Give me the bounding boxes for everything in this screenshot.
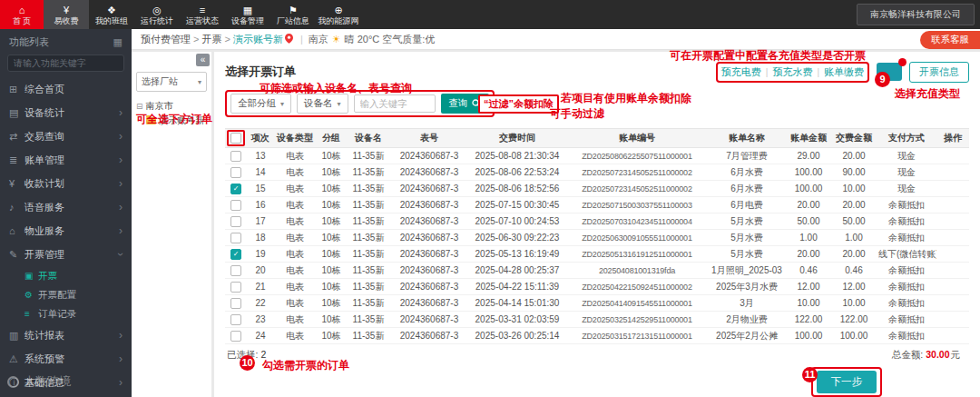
nav-item-my-team[interactable]: ❖我的班组: [89, 0, 134, 29]
nav-item-label: 厂站信息: [277, 16, 309, 25]
cell-bill_name: 2025年2月公摊: [708, 328, 786, 344]
order-row[interactable]: 24电表10栋11-35新2024360687-32025-03-26 00:2…: [225, 328, 969, 344]
devstat-icon: ▤: [9, 107, 24, 119]
sidebar-subitem-order-records[interactable]: ≡订单记录: [0, 304, 132, 323]
tree-collapse-icon[interactable]: ⊟: [136, 102, 143, 111]
breadcrumb-account[interactable]: 演示账号新: [233, 33, 283, 46]
cell-bill_name: 5月水费: [708, 230, 786, 246]
nav-item-device-mgmt[interactable]: ▦设备管理: [225, 0, 270, 29]
row-checkbox[interactable]: [230, 331, 241, 342]
cell-pay_time: 2025-03-26 00:25:14: [468, 328, 566, 344]
cell-bill_amount: 12.00: [786, 279, 831, 295]
report-icon: ▥: [9, 330, 24, 342]
cell-pay_method: 现金: [877, 181, 936, 197]
row-checkbox[interactable]: [230, 200, 241, 211]
contact-support-button[interactable]: 联系客服: [920, 31, 980, 49]
collapse-panel-icon[interactable]: «: [196, 54, 210, 66]
sidebar-item-bill-mgmt[interactable]: ≣账单管理›: [0, 148, 132, 172]
cell-action: [936, 230, 969, 246]
cell-bill_amount: 50.00: [786, 213, 831, 230]
next-step-button[interactable]: 下一步: [817, 371, 877, 393]
order-row[interactable]: 17电表10栋11-35新2024360687-32025-07-10 00:2…: [225, 213, 969, 230]
cell-meter_no: 2024360687-3: [390, 213, 468, 230]
station-select[interactable]: 选择厂站 ▾: [136, 72, 207, 92]
select-all-checkbox[interactable]: [230, 133, 241, 144]
sidebar-item-property-service[interactable]: ⌂物业服务›: [0, 219, 132, 243]
row-checkbox[interactable]: [230, 265, 241, 276]
group-select[interactable]: 全部分组 ▾: [230, 94, 291, 114]
order-row[interactable]: 14电表10栋11-35新2024360687-32025-08-06 22:5…: [225, 164, 969, 181]
tree-node-city[interactable]: ⊟ 南京市: [136, 99, 207, 114]
cell-bill_no: ZD20250422150924511000002: [566, 279, 708, 295]
sidebar-item-invoice-mgmt[interactable]: ✎开票管理›: [0, 243, 132, 266]
order-row[interactable]: 20电表10栋11-35新2024360687-32025-04-28 00:2…: [225, 263, 969, 279]
pay-action-button[interactable]: [877, 63, 902, 81]
cell-pay_method: 现金: [877, 148, 936, 164]
cell-bill_amount: 10.00: [786, 295, 831, 312]
nav-item-op-status[interactable]: ≡运营状态: [180, 0, 225, 29]
cell-action: [936, 181, 969, 197]
chevron-right-icon: ›: [119, 154, 122, 166]
invoice-info-button[interactable]: 开票信息: [909, 62, 969, 83]
order-row[interactable]: ✓19电表10栋11-35新2024360687-32025-05-13 16:…: [225, 246, 969, 263]
tree-node-account[interactable]: 演示账号新: [136, 114, 207, 128]
cell-pay_method: 余额抵扣: [877, 263, 936, 279]
sidebar-item-basic-info[interactable]: ⓘ基础信息›: [0, 371, 132, 394]
cell-bill_name: 1月照明_2025-03: [708, 263, 786, 279]
nav-item-home[interactable]: ⌂首 页: [0, 0, 44, 29]
cell-bill_amount: 100.00: [786, 328, 831, 344]
row-checkbox[interactable]: ✓: [230, 249, 241, 260]
cell-bill_no: ZD20250723145052511000002: [566, 181, 708, 197]
row-checkbox[interactable]: [230, 282, 241, 293]
link-bill-pay[interactable]: 账单缴费: [824, 65, 864, 79]
cell-device_name: 11-35新: [347, 328, 390, 344]
sidebar-item-device-stats[interactable]: ▤设备统计›: [0, 101, 132, 124]
nav-item-station-info[interactable]: ⚑厂站信息: [270, 0, 316, 29]
sidebar-search-input[interactable]: [7, 55, 124, 72]
order-row[interactable]: 23电表10栋11-35新2024360687-32025-03-31 02:0…: [225, 312, 969, 328]
row-checkbox[interactable]: ✓: [230, 184, 241, 194]
link-prepay-water[interactable]: 预充水费: [772, 65, 812, 79]
chevron-right-icon: ›: [119, 329, 122, 342]
row-checkbox[interactable]: [230, 314, 241, 325]
sidebar-item-voice-service[interactable]: ♪语音服务›: [0, 195, 132, 219]
link-prepay-electric[interactable]: 预充电费: [721, 65, 761, 79]
nav-item-energy-net[interactable]: ⊕我的能源网: [316, 0, 361, 29]
cell-checkbox: [225, 328, 247, 344]
cell-index: 22: [247, 295, 274, 312]
sidebar-item-report[interactable]: ▥统计报表›: [0, 323, 132, 347]
nav-item-run-stats[interactable]: ◎运行统计: [134, 0, 180, 29]
search-button[interactable]: 查询: [441, 94, 489, 114]
sidebar-item-alert[interactable]: ⚠系统预警›: [0, 347, 132, 371]
cell-bill_name: 6月水费: [708, 181, 786, 197]
cell-checkbox: [225, 213, 247, 230]
order-row[interactable]: 22电表10栋11-35新2024360687-32025-04-14 15:0…: [225, 295, 969, 312]
sidebar-subitem-invoice[interactable]: ▣开票: [0, 266, 132, 285]
filter-annotation-box: 全部分组 ▾ 设备名 ▾ 查询: [225, 90, 495, 117]
grid-icon[interactable]: ▦: [113, 36, 122, 48]
row-checkbox[interactable]: [230, 167, 241, 178]
order-row[interactable]: 16电表10栋11-35新2024360687-32025-07-15 00:3…: [225, 197, 969, 213]
sidebar-item-trade-query[interactable]: ⇄交易查询›: [0, 124, 132, 148]
cell-pay_amount: 20.00: [831, 197, 877, 213]
order-row[interactable]: 13电表10栋11-35新2024360687-32025-08-08 21:3…: [225, 148, 969, 164]
fee-icon: ¥: [64, 5, 69, 15]
order-row[interactable]: 18电表10栋11-35新2024360687-32025-06-30 09:2…: [225, 230, 969, 246]
order-row[interactable]: ✓15电表10栋11-35新2024360687-32025-08-06 18:…: [225, 181, 969, 197]
row-checkbox[interactable]: [230, 233, 241, 243]
field-select[interactable]: 设备名 ▾: [297, 94, 348, 114]
row-checkbox[interactable]: [230, 216, 241, 227]
row-checkbox[interactable]: [230, 151, 241, 162]
sidebar-item-dashboard[interactable]: ⊞综合首页: [0, 77, 132, 101]
sidebar-subitem-invoice-config[interactable]: ⚙开票配置: [0, 285, 132, 304]
breadcrumb-module[interactable]: 预付费管理: [141, 33, 191, 46]
sidebar-item-payment-plan[interactable]: ¥收款计划›: [0, 172, 132, 195]
selected-summary: 已选择:2: [227, 349, 266, 362]
nav-item-billing[interactable]: ¥易收费: [44, 0, 89, 29]
cell-pay_amount: 100.00: [831, 328, 877, 344]
breadcrumb-page[interactable]: 开票: [201, 33, 221, 46]
row-checkbox[interactable]: [230, 298, 241, 309]
keyword-input[interactable]: [354, 94, 436, 113]
order-row[interactable]: 21电表10栋11-35新2024360687-32025-04-22 15:1…: [225, 279, 969, 295]
weather-text: 晴 20°C 空气质量:优: [345, 33, 436, 46]
